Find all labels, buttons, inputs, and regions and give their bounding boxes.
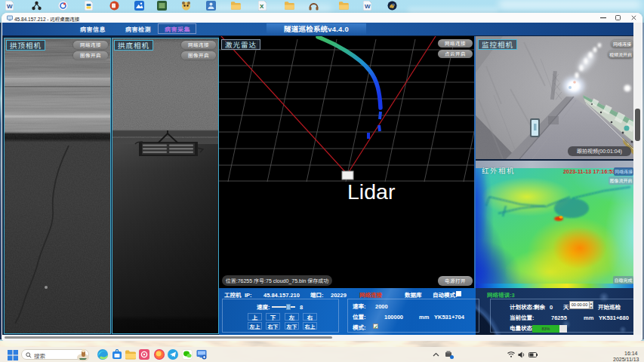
svg-text:W: W [365,3,371,10]
svg-text:X: X [260,3,264,10]
svg-text:W: W [7,3,13,10]
